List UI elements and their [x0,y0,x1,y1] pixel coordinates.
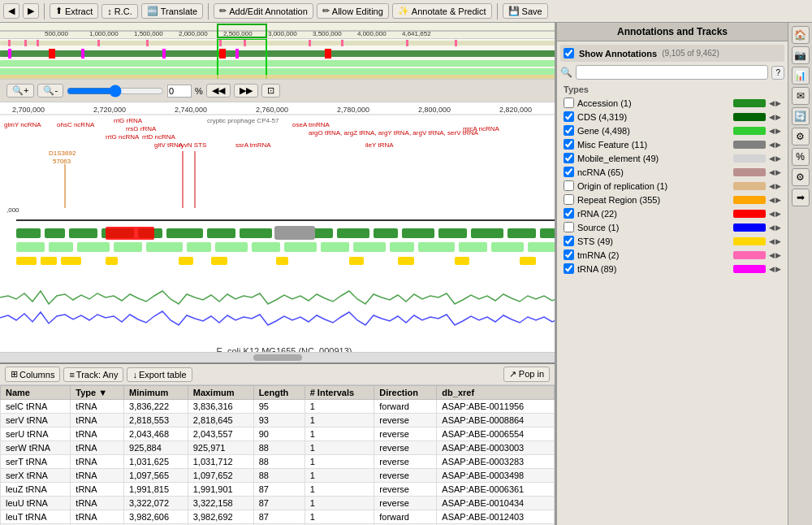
annotation-checkbox-sts[interactable] [564,236,574,246]
show-annotations-checkbox[interactable] [564,48,574,59]
annotate-predict-button[interactable]: ✨ Annotate & Predict [392,3,492,19]
annotation-prev-gene[interactable]: ◀ [769,127,775,135]
annotation-prev-cds[interactable]: ◀ [769,113,775,121]
annotation-checkbox-accession[interactable] [564,98,574,108]
scrollbar-thumb[interactable] [253,354,302,361]
annotation-checkbox-gene[interactable] [564,125,574,136]
scroll-right-button[interactable]: ▶▶ [234,84,258,98]
allow-editing-button[interactable]: ✏ Allow Editing [317,3,389,19]
annotation-next-repeat_region[interactable]: ▶ [775,196,781,204]
table-row[interactable]: leuU tRNAtRNA3,322,0723,322,158871revers… [1,497,555,510]
percent-icon-btn[interactable]: % [792,148,810,166]
col-type[interactable]: Type ▼ [71,386,124,400]
table-row[interactable]: leuZ tRNAtRNA1,991,8151,991,901871revers… [1,483,555,497]
extract-button[interactable]: ⬆ Extract [50,3,98,19]
mail-icon-btn[interactable]: ✉ [792,87,810,105]
annotation-next-sts[interactable]: ▶ [775,237,781,245]
annotation-next-misc_feature[interactable]: ▶ [775,141,781,149]
table-cell-direction: reverse [374,414,437,427]
annotation-checkbox-source[interactable] [564,222,574,232]
save-button[interactable]: 💾 Save [503,3,548,19]
camera-icon-btn[interactable]: 📷 [792,46,810,64]
add-edit-button[interactable]: ✏ Add/Edit Annotation [214,3,313,19]
annotation-search-input[interactable] [576,65,768,80]
annotation-next-trna[interactable]: ▶ [775,265,781,273]
pop-in-button[interactable]: ↗ Pop in [503,367,550,382]
columns-button[interactable]: ⊞ Columns [5,367,60,382]
annotation-checkbox-mobile_element[interactable] [564,153,574,163]
annotation-checkbox-ncrna[interactable] [564,167,574,177]
zoom-slider[interactable] [67,85,164,98]
table-row[interactable]: serW tRNAtRNA925,884925,971881reverseASA… [1,441,555,455]
annotation-next-tmrna[interactable]: ▶ [775,251,781,259]
separator-1 [44,3,45,20]
col-min[interactable]: Minimum [124,386,188,400]
chart-icon-btn[interactable]: 📊 [792,67,810,85]
annotation-prev-accession[interactable]: ◀ [769,99,775,107]
rc-icon: ↕ [107,7,112,16]
annotation-next-ncrna[interactable]: ▶ [775,168,781,176]
chromosome-overview[interactable] [0,39,555,80]
scroll-left-button[interactable]: ◀◀ [206,84,231,98]
annotation-next-gene[interactable]: ▶ [775,127,781,135]
annotation-checkbox-cds[interactable] [564,111,574,122]
annotation-next-mobile_element[interactable]: ▶ [775,154,781,163]
zoom-value-input[interactable] [167,85,192,98]
horizontal-scrollbar[interactable] [0,353,555,362]
track-filter-button[interactable]: ≡ Track: Any [63,367,123,382]
translate-button[interactable]: 🔤 Translate [141,3,203,19]
annotation-arrows-sts: ◀▶ [769,237,781,245]
back-button[interactable]: ◀ [3,3,19,19]
annotation-prev-repeat_region[interactable]: ◀ [769,196,775,204]
zoom-fit-button[interactable]: ⊡ [261,84,280,98]
annotation-prev-misc_feature[interactable]: ◀ [769,141,775,149]
annotation-prev-trna[interactable]: ◀ [769,265,775,273]
col-intervals[interactable]: # Intervals [304,386,374,400]
annotation-prev-source[interactable]: ◀ [769,223,775,232]
col-dbxref[interactable]: db_xref [437,386,555,400]
export-table-button[interactable]: ↓ Export table [127,367,192,382]
annotation-prev-ncrna[interactable]: ◀ [769,168,775,176]
col-length[interactable]: Length [253,386,304,400]
annotation-prev-origin[interactable]: ◀ [769,182,775,190]
settings-icon-btn[interactable]: ⚙ [792,168,810,186]
table-row[interactable]: serV tRNAtRNA2,818,5532,818,645931revers… [1,414,555,427]
annotation-checkbox-origin[interactable] [564,180,574,191]
annotation-prev-sts[interactable]: ◀ [769,237,775,245]
annotation-next-accession[interactable]: ▶ [775,99,781,107]
annotation-checkbox-rrna[interactable] [564,208,574,219]
zoom-in-button[interactable]: 🔍+ [6,84,34,98]
arrow-right-icon-btn[interactable]: ➡ [792,189,810,206]
annotation-next-source[interactable]: ▶ [775,223,781,232]
annotation-checkbox-repeat_region[interactable] [564,194,574,205]
svg-text:4,000,000: 4,000,000 [357,30,387,37]
table-row[interactable]: serT tRNAtRNA1,031,6251,031,712881revers… [1,455,555,469]
col-name[interactable]: Name [1,386,71,400]
gear-icon-btn[interactable]: ⚙ [792,128,810,145]
annotation-next-rrna[interactable]: ▶ [775,210,781,218]
annotation-prev-mobile_element[interactable]: ◀ [769,154,775,163]
annotation-prev-rrna[interactable]: ◀ [769,210,775,218]
table-row[interactable]: serX tRNAtRNA1,097,5651,097,652881revers… [1,469,555,483]
annotation-checkbox-misc_feature[interactable] [564,139,574,150]
rc-button[interactable]: ↕ R.C. [102,4,138,19]
annotation-next-cds[interactable]: ▶ [775,113,781,121]
table-row[interactable]: leuT tRNAtRNA3,982,6063,982,692871forwar… [1,510,555,524]
table-container[interactable]: Name Type ▼ Minimum Maximum Length # Int… [0,385,555,525]
table-row[interactable]: serU tRNAtRNA2,043,4682,043,557901revers… [1,427,555,441]
col-direction[interactable]: Direction [374,386,437,400]
svg-text:2,500,000: 2,500,000 [223,30,253,37]
home-icon-btn[interactable]: 🏠 [792,26,810,44]
annotation-next-origin[interactable]: ▶ [775,182,781,190]
col-max[interactable]: Maximum [188,386,253,400]
refresh-icon-btn[interactable]: 🔄 [792,107,810,125]
annotation-checkbox-trna[interactable] [564,263,574,274]
forward-button[interactable]: ▶ [23,3,39,19]
detail-genome-view[interactable]: 2,700,000 2,720,000 2,740,000 2,760,000 … [0,102,555,353]
annotation-prev-tmrna[interactable]: ◀ [769,251,775,259]
table-row[interactable]: selC tRNAtRNA3,836,2223,836,316951forwar… [1,400,555,414]
annotation-checkbox-tmrna[interactable] [564,249,574,260]
search-help-button[interactable]: ? [771,66,784,80]
zoom-out-button[interactable]: 🔍- [37,84,63,98]
extract-icon: ⬆ [55,6,63,16]
